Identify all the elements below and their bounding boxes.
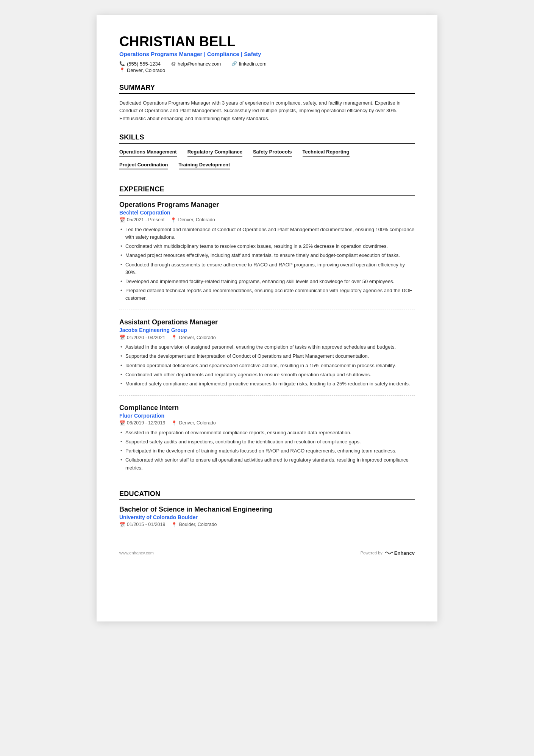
edu-school: University of Colorado Boulder (119, 514, 415, 520)
exp-company: Jacobs Engineering Group (119, 327, 415, 333)
location-icon: 📍 (170, 217, 176, 223)
exp-location-text: Denver, Colorado (179, 335, 215, 340)
exp-location: 📍 Denver, Colorado (171, 420, 215, 426)
exp-company: Fluor Corporation (119, 413, 415, 419)
bullet-item: Coordinated with other departments and r… (119, 371, 415, 379)
phone-value: (555) 555-1234 (127, 61, 161, 67)
bullet-item: Managed project resources effectively, i… (119, 252, 415, 259)
skill-item: Operations Management (119, 149, 177, 157)
calendar-icon: 📅 (119, 335, 125, 340)
powered-by-text: Powered by (361, 551, 383, 555)
bullet-item: Supported the development and interpreta… (119, 352, 415, 360)
exp-period-text: 05/2021 - Present (127, 217, 164, 222)
bullet-item: Conducted thorough assessments to ensure… (119, 261, 415, 276)
phone-contact: 📞 (555) 555-1234 (119, 61, 161, 67)
edu-period-text: 01/2015 - 01/2019 (127, 522, 165, 527)
email-value: help@enhancv.com (178, 61, 221, 67)
skills-section: SKILLS Operations Management Regulatory … (119, 133, 415, 175)
page-footer: www.enhancv.com Powered by Enhancv (119, 550, 415, 556)
footer-brand: Powered by Enhancv (361, 550, 415, 556)
exp-meta: 📅 06/2019 - 12/2019 📍 Denver, Colorado (119, 420, 415, 426)
education-heading: EDUCATION (119, 490, 415, 500)
calendar-icon: 📅 (119, 420, 125, 426)
skills-heading: SKILLS (119, 133, 415, 144)
link-icon: 🔗 (231, 61, 237, 66)
edu-entry-1: Bachelor of Science in Mechanical Engine… (119, 506, 415, 527)
phone-icon: 📞 (119, 61, 125, 66)
education-section: EDUCATION Bachelor of Science in Mechani… (119, 490, 415, 527)
location-icon: 📍 (119, 67, 125, 73)
bullet-item: Identified operational deficiencies and … (119, 362, 415, 369)
exp-period: 📅 01/2020 - 04/2021 (119, 335, 165, 340)
bullet-item: Developed and implemented facility-relat… (119, 278, 415, 285)
skills-grid: Operations Management Regulatory Complia… (119, 149, 415, 175)
exp-location-text: Denver, Colorado (179, 420, 215, 426)
exp-bullets: Assisted in the supervision of assigned … (119, 343, 415, 388)
exp-entry-3: Compliance Intern Fluor Corporation 📅 06… (119, 404, 415, 479)
exp-bullets: Led the development and maintenance of C… (119, 226, 415, 302)
bullet-item: Led the development and maintenance of C… (119, 226, 415, 241)
header: CHRISTIAN BELL Operations Programs Manag… (119, 34, 415, 73)
bullet-item: Prepared detailed technical reports and … (119, 287, 415, 302)
bullet-item: Supported safety audits and inspections,… (119, 438, 415, 446)
edu-location: 📍 Boulder, Colorado (171, 522, 217, 527)
email-contact: @ help@enhancv.com (171, 61, 221, 67)
linkedin-contact[interactable]: 🔗 linkedin.com (231, 61, 266, 67)
exp-period-text: 01/2020 - 04/2021 (127, 335, 165, 340)
edu-period: 📅 01/2015 - 01/2019 (119, 522, 165, 527)
candidate-title: Operations Programs Manager | Compliance… (119, 51, 415, 57)
skill-item: Project Coordination (119, 162, 168, 169)
bullet-item: Participated in the development of train… (119, 447, 415, 455)
calendar-icon: 📅 (119, 522, 125, 527)
bullet-item: Assisted in the preparation of environme… (119, 429, 415, 437)
exp-location: 📍 Denver, Colorado (170, 217, 215, 223)
calendar-icon: 📅 (119, 217, 125, 223)
skill-item: Regulatory Compliance (187, 149, 242, 157)
exp-meta: 📅 05/2021 - Present 📍 Denver, Colorado (119, 217, 415, 223)
exp-company: Bechtel Corporation (119, 210, 415, 216)
bullet-item: Assisted in the supervision of assigned … (119, 343, 415, 351)
exp-entry-1: Operations Programs Manager Bechtel Corp… (119, 201, 415, 310)
edu-meta: 📅 01/2015 - 01/2019 📍 Boulder, Colorado (119, 522, 415, 527)
exp-period: 📅 05/2021 - Present (119, 217, 164, 223)
skill-item: Technical Reporting (303, 149, 350, 157)
brand-logo: Enhancv (385, 550, 415, 556)
candidate-name: CHRISTIAN BELL (119, 34, 415, 49)
enhancv-logo-icon (385, 550, 393, 556)
skill-item: Safety Protocols (253, 149, 292, 157)
footer-website: www.enhancv.com (119, 551, 154, 555)
location-value: Denver, Colorado (127, 67, 165, 73)
resume-page: CHRISTIAN BELL Operations Programs Manag… (97, 15, 437, 621)
experience-section: EXPERIENCE Operations Programs Manager B… (119, 185, 415, 479)
bullet-item: Monitored safety compliance and implemen… (119, 380, 415, 388)
exp-meta: 📅 01/2020 - 04/2021 📍 Denver, Colorado (119, 335, 415, 340)
exp-period-text: 06/2019 - 12/2019 (127, 420, 165, 426)
edu-degree: Bachelor of Science in Mechanical Engine… (119, 506, 415, 513)
summary-text: Dedicated Operations Programs Manager wi… (119, 99, 415, 123)
location-icon: 📍 (171, 522, 177, 527)
experience-heading: EXPERIENCE (119, 185, 415, 196)
location-icon: 📍 (171, 335, 177, 340)
bullet-item: Coordinated with multidisciplinary teams… (119, 243, 415, 250)
exp-period: 📅 06/2019 - 12/2019 (119, 420, 165, 426)
exp-job-title: Operations Programs Manager (119, 201, 415, 209)
bullet-item: Collaborated with senior staff to ensure… (119, 456, 415, 471)
location-icon: 📍 (171, 420, 177, 426)
exp-entry-2: Assistant Operations Manager Jacobs Engi… (119, 318, 415, 396)
exp-location-text: Denver, Colorado (178, 217, 215, 222)
edu-location-text: Boulder, Colorado (179, 522, 217, 527)
location-contact: 📍 Denver, Colorado (119, 67, 165, 73)
exp-bullets: Assisted in the preparation of environme… (119, 429, 415, 472)
linkedin-value: linkedin.com (239, 61, 266, 67)
email-icon: @ (171, 61, 176, 66)
summary-section: SUMMARY Dedicated Operations Programs Ma… (119, 84, 415, 123)
exp-job-title: Assistant Operations Manager (119, 318, 415, 326)
skill-item: Training Development (179, 162, 230, 169)
summary-heading: SUMMARY (119, 84, 415, 94)
location-row: 📍 Denver, Colorado (119, 67, 415, 73)
brand-name: Enhancv (394, 550, 415, 556)
contact-row: 📞 (555) 555-1234 @ help@enhancv.com 🔗 li… (119, 61, 415, 67)
exp-location: 📍 Denver, Colorado (171, 335, 215, 340)
exp-job-title: Compliance Intern (119, 404, 415, 412)
